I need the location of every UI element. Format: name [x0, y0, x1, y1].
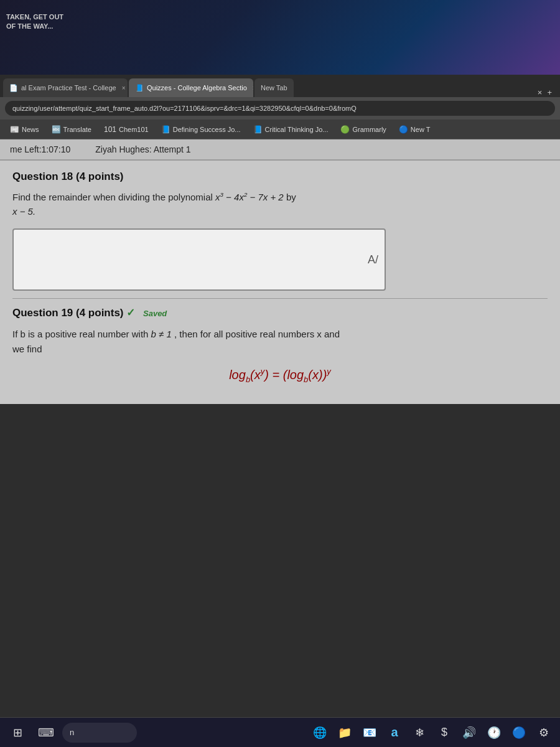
bookmark-chem-label: Chem101	[119, 126, 149, 133]
saved-label: Saved	[143, 309, 167, 318]
question-19-container: Question 19 (4 points) ✓ Saved If b is a…	[12, 306, 548, 384]
taskbar-store-icon[interactable]: 📧	[358, 721, 381, 744]
taskbar: ⊞ ⌨ n 🌐 📁 📧 a ❄ $ 🔊 🕐 🔵 ⚙	[0, 717, 560, 747]
window-close-btn[interactable]: ×	[538, 88, 543, 97]
bookmarks-bar: 📰 News 🔤 Translate 101 Chem101 📘 Definin…	[0, 120, 560, 139]
q19-formula: logb(xy) = (logb(x))y	[12, 367, 548, 384]
tab-icon-1: 📄	[9, 84, 18, 92]
timer-bar: me Left:1:07:10 Ziyah Hughes: Attempt 1	[0, 139, 560, 161]
tab-new-tab[interactable]: New Tab	[254, 78, 294, 97]
bookmark-news-label: News	[22, 126, 39, 133]
taskbar-settings-icon[interactable]: ⚙	[533, 721, 555, 744]
taskbar-snowflake-icon[interactable]: ❄	[408, 721, 431, 744]
tab-close-2[interactable]: ×	[253, 85, 253, 92]
bookmark-defining-success[interactable]: 📘 Defining Success Jo...	[156, 123, 246, 136]
taskbar-folder-icon[interactable]: 📁	[334, 721, 356, 744]
q19-condition: b ≠ 1	[151, 329, 174, 339]
window-controls: × +	[533, 88, 557, 97]
question-18-container: Question 18 (4 points) Find the remainde…	[12, 171, 548, 291]
start-button[interactable]: ⊞	[5, 721, 30, 745]
main-content: me Left:1:07:10 Ziyah Hughes: Attempt 1 …	[0, 139, 560, 404]
question-divider	[12, 298, 548, 299]
q18-text-part1: Find the remainder when dividing the pol…	[12, 192, 215, 202]
bookmark-critical-label: Critical Thinking Jo...	[265, 126, 329, 133]
top-banner: TAKEN, GET OUTOF THE WAY...	[0, 0, 560, 75]
taskbar-circle-icon[interactable]: 🔵	[508, 721, 530, 744]
timer-label: me Left:1:07:10	[10, 144, 70, 154]
newt-icon: 🔵	[399, 125, 408, 134]
defining-icon: 📘	[161, 125, 170, 134]
keyboard-button[interactable]: ⌨	[34, 721, 58, 745]
tab-close-1[interactable]: ×	[122, 85, 126, 92]
bookmark-newt-label: New T	[411, 126, 431, 133]
translate-icon: 🔤	[52, 125, 61, 134]
q19-text-part3: we find	[12, 344, 42, 354]
tab-label-3: New Tab	[261, 84, 287, 92]
bookmark-translate-label: Translate	[63, 126, 91, 133]
taskbar-browser-icon[interactable]: 🌐	[309, 721, 331, 744]
address-bar	[0, 97, 560, 120]
question-18-title: Question 18 (4 points)	[12, 171, 124, 182]
question-18-text: Find the remainder when dividing the pol…	[12, 190, 548, 218]
browser-chrome: 📄 al Exam Practice Test - College × 📘 Qu…	[0, 75, 560, 139]
tab-label-2: Quizzes - College Algebra Sectio	[147, 84, 247, 92]
bookmark-translate[interactable]: 🔤 Translate	[47, 123, 96, 136]
taskbar-right-icons: 🌐 📁 📧 a ❄ $ 🔊 🕐 🔵 ⚙	[309, 721, 555, 744]
taskbar-clock-icon[interactable]: 🕐	[483, 721, 505, 744]
answer-input-box[interactable]: A/	[12, 228, 386, 291]
question-19-text: If b is a positive real number with b ≠ …	[12, 327, 548, 357]
banner-text: TAKEN, GET OUTOF THE WAY...	[6, 12, 63, 32]
question-18-header: Question 18 (4 points)	[12, 171, 548, 183]
bookmark-grammarly[interactable]: 🟢 Grammarly	[335, 123, 391, 136]
critical-icon: 📘	[253, 125, 263, 134]
search-text: n	[70, 728, 74, 737]
tab-label-1: al Exam Practice Test - College	[21, 84, 116, 92]
taskbar-a-icon[interactable]: a	[383, 721, 406, 744]
question-19-header: Question 19 (4 points) ✓ Saved	[12, 306, 548, 319]
question-19-title: Question 19 (4 points)	[12, 307, 124, 319]
q18-by: by	[286, 192, 296, 202]
bookmark-news[interactable]: 📰 News	[5, 123, 44, 136]
tab-quizzes[interactable]: 📘 Quizzes - College Algebra Sectio ×	[129, 78, 253, 97]
url-input[interactable]	[5, 101, 555, 116]
q19-text-part1: If b is a positive real number with	[12, 329, 151, 339]
chem-icon: 101	[104, 125, 116, 134]
q18-divisor: x − 5.	[12, 206, 35, 217]
bookmark-grammarly-label: Grammarly	[352, 126, 386, 133]
q19-text-part2: , then for all positive real numbers x a…	[174, 329, 340, 339]
taskbar-dollar-icon[interactable]: $	[433, 721, 455, 744]
tab-icon-2: 📘	[135, 84, 144, 92]
saved-checkmark: ✓	[126, 307, 138, 319]
new-tab-btn[interactable]: +	[547, 88, 552, 97]
student-label: Ziyah Hughes: Attempt 1	[95, 144, 190, 154]
tab-exam-practice[interactable]: 📄 al Exam Practice Test - College ×	[3, 78, 128, 97]
bookmark-chem101[interactable]: 101 Chem101	[99, 123, 154, 136]
tab-bar: 📄 al Exam Practice Test - College × 📘 Qu…	[0, 75, 560, 97]
taskbar-sound-icon[interactable]: 🔊	[458, 721, 480, 744]
bookmark-defining-label: Defining Success Jo...	[173, 126, 241, 133]
news-icon: 📰	[10, 125, 19, 134]
q18-polynomial: x3 − 4x2 − 7x + 2	[215, 192, 286, 202]
grammarly-icon: 🟢	[340, 125, 350, 134]
bookmark-critical-thinking[interactable]: 📘 Critical Thinking Jo...	[248, 123, 334, 136]
taskbar-search[interactable]: n	[62, 723, 137, 743]
bookmark-new-t[interactable]: 🔵 New T	[394, 123, 436, 136]
quiz-content: Question 18 (4 points) Find the remainde…	[0, 161, 560, 404]
answer-format-icon: A/	[368, 253, 378, 266]
